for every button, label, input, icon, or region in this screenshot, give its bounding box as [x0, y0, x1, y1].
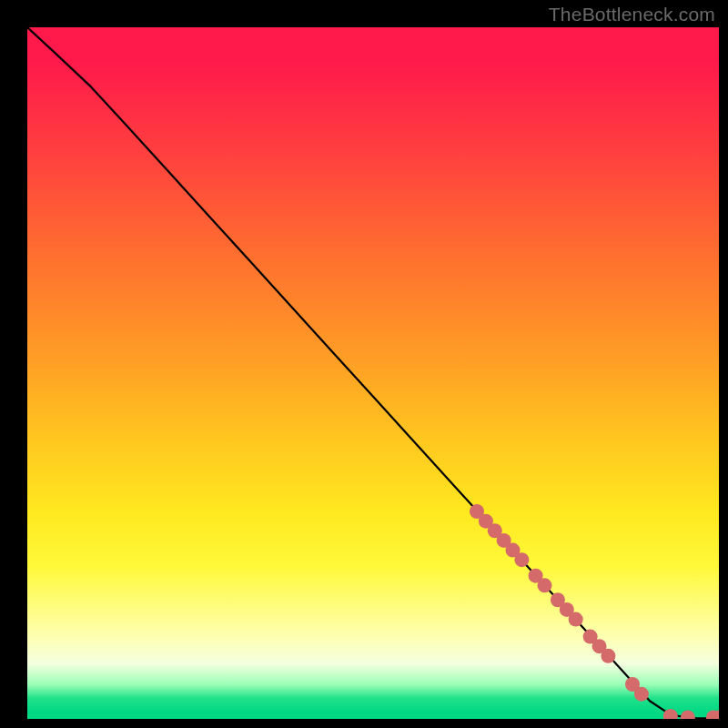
plot-background-gradient [27, 27, 719, 719]
chart-frame: TheBottleneck.com [0, 0, 728, 728]
watermark-label: TheBottleneck.com [549, 4, 715, 25]
